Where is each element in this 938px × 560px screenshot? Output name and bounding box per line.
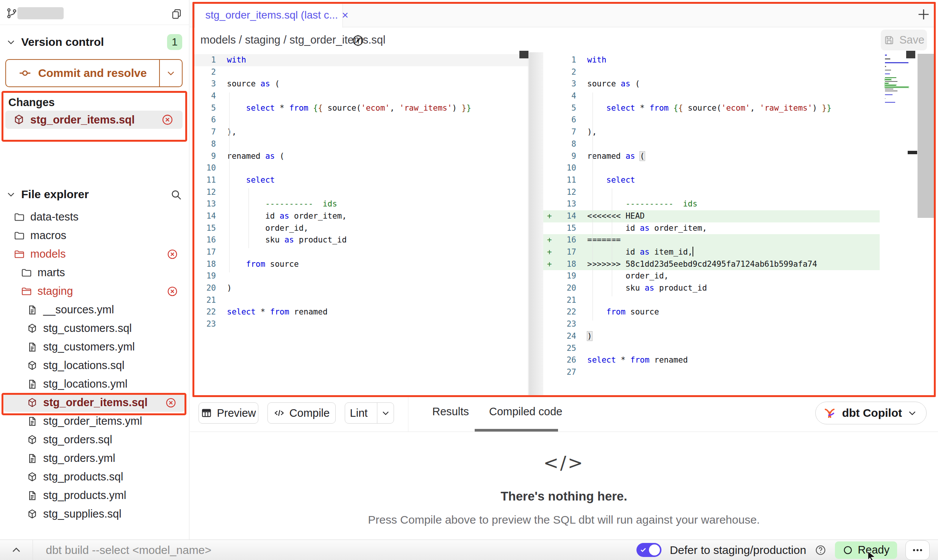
code-line-14[interactable]: 14 id as order_item, [194,210,528,222]
tab-results[interactable]: Results [432,405,469,418]
compile-button[interactable]: Compile [267,402,336,424]
file-tree-item-stg-order-items-yml[interactable]: stg_order_items.yml [0,412,189,430]
file-tree-item-stg-supplies-sql[interactable]: stg_supplies.sql [0,505,189,523]
code-line-6[interactable]: 6 [543,114,880,126]
command-input[interactable]: dbt build --select <model_name> [46,544,211,557]
code-line-2[interactable]: 2 [543,66,880,78]
code-line-26[interactable]: 26select * from renamed [543,354,880,366]
commit-and-resolve-main[interactable]: Commit and resolve [6,60,160,86]
scrollbar-marker[interactable] [908,151,917,154]
code-line-1[interactable]: 1with [194,54,528,66]
code-line-7[interactable]: 7), [194,126,528,138]
lint-button[interactable]: Lint [345,402,394,424]
code-line-3[interactable]: 3source as ( [194,78,528,90]
file-tree-item-stg-order-items-sql[interactable]: stg_order_items.sql [4,393,185,412]
tab-compiled-code[interactable]: Compiled code [489,405,562,418]
code-line-3[interactable]: 3source as ( [543,78,880,90]
scrollbar-track[interactable] [918,54,934,218]
code-line-19[interactable]: 19 [194,270,528,282]
code-line-13[interactable]: 13 ---------- ids [543,198,880,210]
code-line-27[interactable]: 27 [543,366,880,379]
minimap[interactable] [885,55,909,106]
code-line-25[interactable]: 25 [543,343,880,355]
file-tree-item--sources-yml[interactable]: __sources.yml [0,300,189,319]
branch-name-redacted[interactable] [17,7,64,19]
file-tree-item-stg-locations-yml[interactable]: stg_locations.yml [0,375,189,393]
defer-toggle[interactable] [636,543,661,557]
code-line-23[interactable]: 23 [543,318,880,330]
code-line-14[interactable]: +14<<<<<<< HEAD [543,210,880,222]
code-line-17[interactable]: +17 id as item_id, [543,246,880,258]
copy-icon[interactable] [170,8,183,20]
code-line-5[interactable]: 5 select * from {{ source('ecom', 'raw_i… [543,102,880,114]
file-tree-item-data-tests[interactable]: data-tests [0,208,189,226]
chevron-down-icon[interactable] [6,37,16,47]
preview-button[interactable]: Preview [199,402,258,424]
code-line-5[interactable]: 5 select * from {{ source('ecom', 'raw_i… [194,102,528,114]
code-line-4[interactable]: 4 [194,90,528,102]
code-line-6[interactable]: 6 [194,114,528,126]
code-line-9[interactable]: 9renamed as ( [194,150,528,163]
file-explorer-section[interactable]: File explorer [0,186,189,203]
search-icon[interactable] [170,189,182,201]
question-icon[interactable] [814,544,827,556]
code-line-10[interactable]: 10 [543,162,880,174]
file-tree-item-models[interactable]: models [0,245,189,263]
code-line-22[interactable]: 22 from source [543,306,880,318]
lint-dropdown-button[interactable] [377,403,394,423]
file-tree-item-stg-orders-sql[interactable]: stg_orders.sql [0,430,189,449]
code-line-12[interactable]: 12 [543,186,880,199]
code-line-17[interactable]: 17 [194,246,528,258]
code-line-15[interactable]: 15 order_id, [194,222,528,235]
code-line-20[interactable]: 20 sku as product_id [543,282,880,294]
commit-dropdown-button[interactable] [160,60,182,86]
code-line-21[interactable]: 21 [543,294,880,307]
code-line-8[interactable]: 8 [543,138,880,150]
code-line-22[interactable]: 22select * from renamed [194,306,528,318]
file-tree-item-stg-locations-sql[interactable]: stg_locations.sql [0,356,189,375]
code-line-20[interactable]: 20) [194,282,528,294]
lint-label[interactable]: Lint [345,407,372,419]
file-tree-item-stg-customers-sql[interactable]: stg_customers.sql [0,319,189,338]
code-line-11[interactable]: 11 select [543,174,880,186]
code-line-15[interactable]: 15 id as order_item, [543,222,880,235]
code-line-18[interactable]: 18 from source [194,258,528,271]
code-line-23[interactable]: 23 [194,318,528,330]
code-line-13[interactable]: 13 ---------- ids [194,198,528,210]
code-pane-original[interactable]: 1with23source as (45 select * from {{ so… [194,52,528,396]
chevron-up-icon[interactable] [11,544,22,556]
code-line-18[interactable]: +18>>>>>>> 58c1dd23d5eebd9cd2495fa7124ab… [543,258,880,271]
file-tree-item-stg-orders-yml[interactable]: stg_orders.yml [0,449,189,468]
code-line-11[interactable]: 11 select [194,174,528,186]
code-line-4[interactable]: 4 [543,90,880,102]
left-scrollbar-thumb[interactable] [519,51,528,58]
file-tree-item-stg-products-sql[interactable]: stg_products.sql [0,468,189,486]
more-options-button[interactable] [905,540,930,560]
tab-stg-order-items[interactable]: stg_order_items.sql (last c... × [194,2,343,28]
code-line-7[interactable]: 7), [543,126,880,138]
file-tree-item-stg-customers-yml[interactable]: stg_customers.yml [0,338,189,356]
file-tree-item-staging[interactable]: staging [0,282,189,300]
changes-file-row[interactable]: stg_order_items.sql [5,111,183,129]
file-tree-item-marts[interactable]: marts [0,263,189,282]
code-line-12[interactable]: 12 [194,186,528,199]
lineage-compass-icon[interactable] [348,31,368,50]
code-line-24[interactable]: 24) [543,330,880,343]
file-tree-item-macros[interactable]: macros [0,226,189,245]
close-icon[interactable]: × [342,9,349,22]
dbt-copilot-button[interactable]: dbt Copilot [815,402,927,424]
code-line-10[interactable]: 10 [194,162,528,174]
commit-and-resolve-button[interactable]: Commit and resolve [5,59,183,87]
code-line-8[interactable]: 8 [194,138,528,150]
code-line-21[interactable]: 21 [194,294,528,307]
code-pane-merged[interactable]: 1with23source as (45 select * from {{ so… [543,52,880,396]
code-line-1[interactable]: 1with [543,54,880,66]
new-tab-button[interactable] [916,7,931,22]
version-control-section[interactable]: Version control 1 [0,33,189,51]
code-line-2[interactable]: 2 [194,66,528,78]
chevron-down-icon[interactable] [6,189,16,199]
file-tree-item-stg-products-yml[interactable]: stg_products.yml [0,486,189,505]
code-line-16[interactable]: 16 sku as product_id [194,234,528,246]
code-line-19[interactable]: 19 order_id, [543,270,880,282]
code-line-16[interactable]: +16======= [543,234,880,246]
